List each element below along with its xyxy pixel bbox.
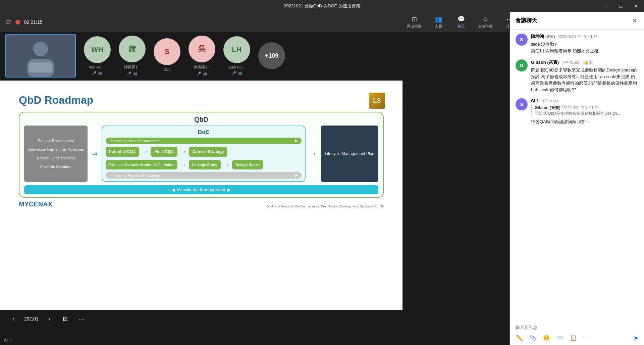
chat-message-3: S SL1 下午 02:06 Gibson (來賓) 2022/10/21 下午… (516, 98, 639, 125)
self-video-tile[interactable] (5, 34, 76, 78)
avatar-sl3: S (154, 38, 180, 65)
gif-btn[interactable]: ⌨️ (556, 334, 564, 342)
name-lian: Lian Hu... (229, 65, 245, 69)
qbd-label: QbD (24, 116, 378, 124)
avatar-wu: 吳 (189, 36, 215, 62)
participant-sl3[interactable]: S SL3 (154, 38, 180, 73)
chat-message-2: G Gibson (來賓) 下午 01:50 👍 1 問題:因QbD是多變數來完… (516, 59, 639, 93)
msg-content-3: SL1 下午 02:06 Gibson (來賓) 2022/10/21 下午 0… (531, 98, 639, 125)
slides-panel-btn[interactable]: ⊞ (60, 313, 71, 324)
msg-time-1: 午 01:39 (584, 34, 598, 39)
window-title: 20221021 藥廠QbD 與DOE 的運用實務 (284, 3, 360, 9)
name-zhong: 鐘昌晏 (... (124, 64, 141, 69)
msg-content-2: Gibson (來賓) 下午 01:50 👍 1 問題:因QbD是多變數來完成參… (531, 59, 639, 93)
chat-messages-list[interactable]: S 陳坤鴻 (來賓) 2022/10/21 下 午 01:39 slide 沒有… (510, 30, 644, 320)
msg-sender-1: 陳坤鴻 (來賓) (531, 34, 555, 40)
mic-on-icon: 🎤 (92, 71, 97, 76)
ls-logo-icon: LS (369, 93, 385, 109)
video-on-icon-2: 📹 (133, 71, 138, 76)
msg-content-1: 陳坤鴻 (來賓) 2022/10/21 下 午 01:39 slide 沒有動?… (531, 34, 639, 54)
msg-sender-2: Gibson (來賓) (531, 59, 559, 65)
pk-product-understanding: Product Understanding (28, 154, 84, 162)
self-video-feed (6, 35, 75, 77)
video-on-icon-3: 📹 (203, 71, 207, 76)
maximize-btn[interactable]: □ (613, 0, 629, 12)
chat-message-input[interactable] (516, 324, 639, 331)
participant-wu[interactable]: 吳 吳孟諭 (... 🎤 📹 (189, 36, 215, 76)
participant-wei-ru[interactable]: WH Wei-Ru ... 🎤 📹 (84, 36, 111, 76)
participant-zhong[interactable]: 鐘 鐘昌晏 (... 🎤 📹 (119, 36, 146, 76)
pk-sci-lit: Scientific Literature (28, 163, 84, 170)
slide-logo: LS (369, 93, 385, 109)
broadcast-btn[interactable]: ⊡ 彈出視窗 (403, 14, 426, 30)
chat-close-button[interactable]: ✕ (631, 16, 639, 26)
linkage-study-box: Linkage Study (189, 160, 221, 169)
next-slide-btn[interactable]: › (44, 313, 55, 324)
qbd-roadmap-slide: LS QbD Roadmap QbD Process Development K… (11, 89, 392, 302)
design-space-box: Design Space (232, 160, 263, 169)
arrow-from-prior: ⇒ (92, 126, 98, 182)
ipk-arrow: ▶ (295, 139, 298, 143)
inc-process-knowledge-bar: Increasing Process Knowledge ▶ (106, 172, 302, 179)
icons-wei-ru: 🎤 📹 (92, 71, 103, 76)
mic-on-icon-3: 🎤 (197, 71, 201, 76)
send-message-btn[interactable]: ➤ (634, 334, 639, 342)
thumbs-up-icon: 👍 (584, 60, 589, 65)
chat-input-toolbar: ✏️ 📎 😊 ⌨️ 📋 ⋯ ➤ (516, 334, 639, 342)
chat-panel: 會議聊天 ✕ S 陳坤鴻 (來賓) 2022/10/21 下 午 01:39 s… (510, 12, 644, 345)
process-char-box: Process Characterization & Validation (106, 160, 177, 169)
more-badge: +109 (258, 42, 285, 69)
bottom-status-label: SL1 (0, 337, 402, 345)
broadcast-label: 彈出視窗 (407, 24, 422, 29)
participants-strip: WH Wei-Ru ... 🎤 📹 鐘 鐘昌晏 (... 🎤 📹 S SL3 吳… (0, 32, 241, 79)
format-btn[interactable]: ✏️ (516, 334, 524, 342)
doe-label: DoE (106, 129, 302, 136)
final-cqa-box: Final CQA (151, 147, 177, 157)
sticker-btn[interactable]: 📋 (569, 334, 577, 342)
inc-product-knowledge-bar: Increasing Product Knowledge ▶ (106, 138, 302, 144)
quote-text-3: 問題:因QbD是多變數來完成參數相關的Design... (535, 111, 639, 116)
people-icon: 👥 (435, 15, 442, 23)
arrow-1: → (142, 148, 148, 155)
msg-time-2: 下午 01:50 (561, 60, 579, 65)
emoji-btn[interactable]: ☺ 表情符號 (474, 14, 497, 30)
slide-counter: 29/101 (24, 316, 39, 322)
avatar-msg-1: S (516, 34, 528, 46)
msg-text-1b: 請使用 與簡報者同步 功能才會正確 (531, 48, 639, 54)
icons-lian: 🎤 📹 (231, 71, 242, 76)
broadcast-icon: ⊡ (412, 15, 417, 23)
avatar-zhong: 鐘 (119, 36, 146, 62)
msg-header-1: 陳坤鴻 (來賓) 2022/10/21 下 午 01:39 (531, 34, 639, 40)
name-wu: 吳孟諭 (... (194, 64, 210, 69)
name-sl3: SL3 (164, 67, 170, 71)
more-participants[interactable]: +109 (258, 42, 285, 69)
pk-process-dev: Process Development (28, 137, 84, 144)
participant-lian[interactable]: LH Lian Hu... 🎤 📹 (223, 36, 250, 76)
prev-slide-btn[interactable]: ‹ (8, 313, 19, 324)
name-wei-ru: Wei-Ru ... (89, 65, 106, 69)
msg-header-3: SL1 下午 02:06 (531, 98, 639, 104)
people-btn[interactable]: 👥 人員 (428, 14, 448, 30)
msg-header-2: Gibson (來賓) 下午 01:50 👍 1 (531, 59, 639, 65)
svg-point-1 (33, 42, 48, 56)
slide-navigation: ‹ 29/101 › ⊞ ⋯ (0, 310, 402, 328)
chat-icon: 💬 (458, 15, 465, 23)
chat-btn[interactable]: 💬 聊天 (451, 14, 471, 30)
icons-wu: 🎤 📹 (197, 71, 207, 76)
close-btn[interactable]: ✕ (629, 0, 644, 12)
doe-bottom-row: Process Characterization & Validation → … (106, 160, 302, 169)
arrow-4: → (223, 161, 229, 168)
quote-sender-3: Gibson (來賓) 2022/10/21 下午 01:50 (535, 105, 639, 111)
slide-title: QbD Roadmap (19, 94, 384, 106)
chat-message-1: S 陳坤鴻 (來賓) 2022/10/21 下 午 01:39 slide 沒有… (516, 34, 639, 54)
emoji-picker-btn[interactable]: 😊 (542, 334, 550, 342)
slides-more-btn[interactable]: ⋯ (76, 313, 87, 324)
minimize-btn[interactable]: ─ (598, 0, 613, 12)
shield-icon: 🛡 (5, 19, 11, 26)
mycenax-brand: MYCENAX (19, 200, 52, 208)
knowledge-management-bar: ◀ Knowledge Management ▶ (24, 185, 378, 194)
slide-source: Quality by Design for Biopharmaceutical … (266, 205, 384, 208)
msg-text-3: 待會QA時間再請請講師回答～ (531, 118, 639, 125)
chat-more-btn[interactable]: ⋯ (583, 334, 589, 342)
attach-btn[interactable]: 📎 (529, 334, 537, 342)
